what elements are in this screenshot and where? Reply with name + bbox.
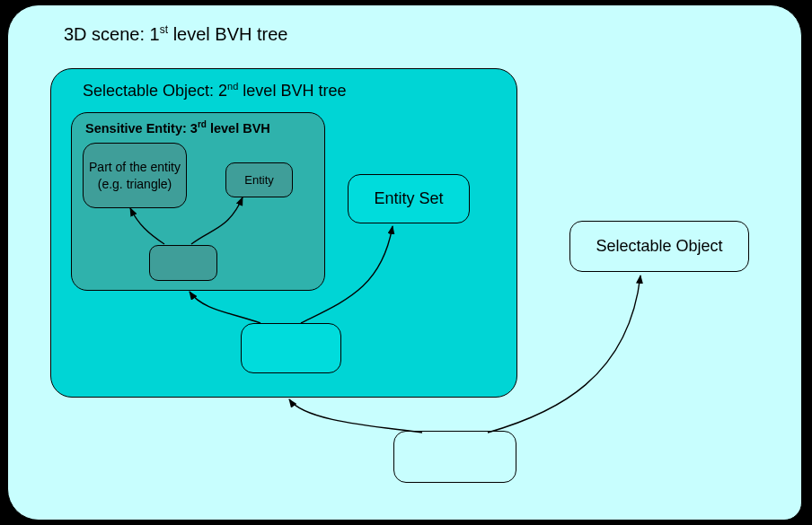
- bottom-bvh-node: [393, 431, 516, 483]
- selectable-title-post: level BVH tree: [238, 82, 346, 100]
- sensitive-title-sup: rd: [198, 119, 207, 129]
- entity-box: Entity: [225, 162, 293, 197]
- selectable-title-sup: nd: [227, 81, 238, 92]
- scene-title-sup: st: [160, 23, 168, 36]
- scene-title-pre: 3D scene: 1: [64, 24, 160, 44]
- scene-container: 3D scene: 1st level BVH tree Selectable …: [7, 4, 802, 521]
- part-label: Part of the entity (e.g. triangle): [87, 159, 182, 191]
- selectable-title: Selectable Object: 2nd level BVH tree: [83, 81, 346, 101]
- selectable-object-container: Selectable Object: 2nd level BVH tree Se…: [50, 68, 517, 398]
- selectable-title-pre: Selectable Object: 2: [83, 82, 227, 100]
- part-of-entity-box: Part of the entity (e.g. triangle): [83, 143, 187, 208]
- sensitive-entity-container: Sensitive Entity: 3rd level BVH Part of …: [71, 112, 325, 291]
- entity-set-box: Entity Set: [348, 174, 470, 223]
- mid-bvh-node: [241, 323, 341, 373]
- selectable-object-label: Selectable Object: [596, 237, 722, 256]
- scene-title-post: level BVH tree: [168, 24, 287, 44]
- inner-bvh-node: [149, 245, 217, 281]
- entity-label: Entity: [244, 173, 274, 187]
- scene-title: 3D scene: 1st level BVH tree: [64, 23, 287, 45]
- selectable-object-box: Selectable Object: [569, 221, 749, 272]
- entity-set-label: Entity Set: [374, 189, 443, 208]
- sensitive-title-pre: Sensitive Entity: 3: [85, 121, 198, 136]
- sensitive-title: Sensitive Entity: 3rd level BVH: [85, 119, 270, 136]
- sensitive-title-post: level BVH: [207, 121, 270, 136]
